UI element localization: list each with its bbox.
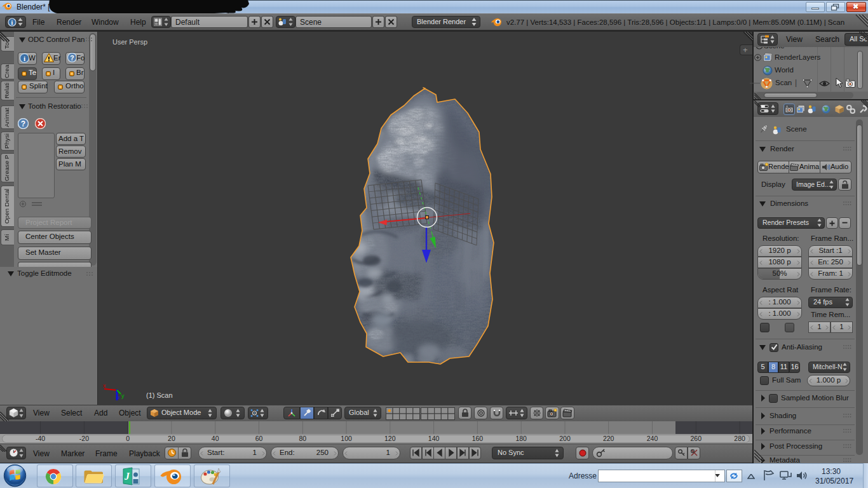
svg-text:-20: -20: [79, 435, 89, 442]
svg-text:0: 0: [126, 435, 130, 442]
svg-text:?: ?: [70, 54, 74, 62]
svg-text:240: 240: [647, 435, 658, 442]
svg-text:-40: -40: [36, 435, 45, 442]
svg-text:40: 40: [212, 435, 219, 442]
svg-text:i: i: [11, 19, 13, 26]
svg-text:60: 60: [255, 435, 263, 442]
svg-text:x: x: [103, 383, 106, 389]
svg-text:200: 200: [559, 435, 571, 442]
svg-text:180: 180: [515, 435, 527, 442]
svg-text:y: y: [121, 393, 125, 399]
svg-text:160: 160: [472, 435, 484, 442]
svg-text:?: ?: [21, 119, 25, 128]
svg-text:220: 220: [603, 435, 614, 442]
svg-text:J: J: [124, 471, 130, 482]
svg-text:140: 140: [428, 435, 440, 442]
svg-text:i: i: [24, 55, 25, 62]
svg-text:20: 20: [168, 435, 175, 442]
svg-text:z: z: [118, 395, 120, 400]
svg-text:280: 280: [734, 435, 745, 442]
svg-text:100: 100: [341, 435, 352, 442]
svg-text:260: 260: [691, 435, 702, 442]
svg-text:80: 80: [299, 435, 306, 442]
svg-text:120: 120: [384, 435, 396, 442]
